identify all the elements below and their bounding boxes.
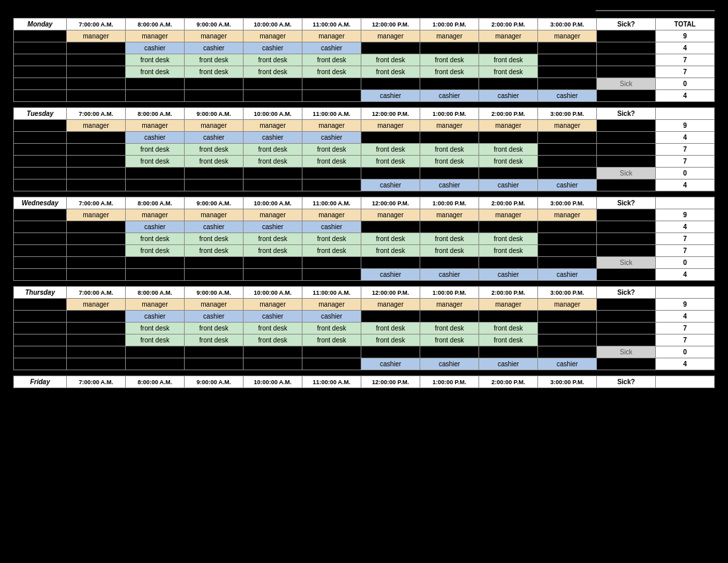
schedule-table-friday: Friday7:00:00 A.M.8:00:00 A.M.9:00:00 A.…	[13, 376, 715, 388]
schedule-cell	[185, 269, 244, 281]
sick-cell	[597, 54, 656, 66]
schedule-cell: front desk	[185, 245, 244, 257]
schedule-cell	[479, 311, 538, 323]
table-row: cashiercashiercashiercashier4	[14, 269, 715, 281]
schedule-cell: front desk	[126, 245, 185, 257]
name-cell	[14, 269, 67, 281]
schedule-cell: front desk	[302, 323, 361, 334]
total-header	[656, 108, 715, 120]
time-header-5: 12:00:00 P.M.	[361, 108, 420, 120]
name-cell	[14, 257, 67, 269]
day-name-cell: Thursday	[14, 287, 67, 299]
schedule-cell: front desk	[479, 245, 538, 257]
name-cell	[14, 66, 67, 78]
schedule-cell: manager	[420, 209, 479, 221]
name-cell	[14, 54, 67, 66]
sick-cell	[597, 334, 656, 346]
time-header-0: 7:00:00 A.M.	[67, 108, 126, 120]
schedule-cell	[185, 78, 244, 90]
schedule-cell: front desk	[244, 323, 302, 334]
schedule-cell: manager	[126, 120, 185, 132]
schedule-cell: front desk	[420, 144, 479, 156]
schedule-cell	[538, 156, 597, 168]
schedule-cell: cashier	[479, 179, 538, 191]
time-header-6: 1:00:00 P.M.	[420, 197, 479, 209]
name-cell	[14, 156, 67, 168]
schedule-cell	[67, 221, 126, 233]
time-header-7: 2:00:00 P.M.	[479, 376, 538, 388]
total-cell: 7	[656, 334, 715, 346]
schedule-cell: cashier	[361, 358, 420, 370]
time-header-7: 2:00:00 P.M.	[479, 19, 538, 30]
table-row: managermanagermanagermanagermanagermanag…	[14, 120, 715, 132]
schedule-cell	[420, 42, 479, 54]
schedule-cell: front desk	[420, 245, 479, 257]
schedule-cell: cashier	[302, 42, 361, 54]
schedule-cell	[244, 90, 302, 102]
sick-header: Sick?	[597, 108, 656, 120]
schedule-cell: cashier	[185, 221, 244, 233]
total-cell: 9	[656, 299, 715, 311]
name-cell	[14, 334, 67, 346]
schedule-cell	[538, 54, 597, 66]
time-header-7: 2:00:00 P.M.	[479, 197, 538, 209]
schedule-cell	[67, 54, 126, 66]
schedule-cell: manager	[479, 209, 538, 221]
schedule-cell: front desk	[126, 334, 185, 346]
schedule-cell: manager	[361, 209, 420, 221]
time-header-7: 2:00:00 P.M.	[479, 108, 538, 120]
total-cell: 0	[656, 257, 715, 269]
schedule-cell	[67, 144, 126, 156]
table-row: managermanagermanagermanagermanagermanag…	[14, 30, 715, 42]
schedule-cell: cashier	[538, 269, 597, 281]
schedule-cell	[67, 42, 126, 54]
schedule-cell: front desk	[244, 245, 302, 257]
schedule-cell: front desk	[302, 144, 361, 156]
total-cell: 9	[656, 120, 715, 132]
schedule-cell: cashier	[244, 311, 302, 323]
schedule-cell: front desk	[185, 334, 244, 346]
schedule-cell	[361, 168, 420, 179]
schedule-cell	[126, 168, 185, 179]
schedule-cell: manager	[538, 30, 597, 42]
schedule-cell: front desk	[244, 54, 302, 66]
schedule-cell	[244, 358, 302, 370]
name-cell	[14, 90, 67, 102]
schedule-cell	[361, 42, 420, 54]
name-cell	[14, 132, 67, 144]
table-row: cashiercashiercashiercashier4	[14, 42, 715, 54]
schedule-cell: manager	[185, 299, 244, 311]
schedule-cell: cashier	[420, 90, 479, 102]
schedule-cell: front desk	[361, 156, 420, 168]
table-row: cashiercashiercashiercashier4	[14, 311, 715, 323]
schedule-cell: cashier	[361, 179, 420, 191]
schedule-cell: front desk	[361, 144, 420, 156]
table-row: front deskfront deskfront deskfront desk…	[14, 156, 715, 168]
schedule-cell: front desk	[185, 66, 244, 78]
time-header-3: 10:00:00 A.M.	[244, 376, 302, 388]
schedule-cell	[67, 132, 126, 144]
schedule-cell: front desk	[185, 156, 244, 168]
schedule-cell: front desk	[244, 334, 302, 346]
name-cell	[14, 144, 67, 156]
schedule-cell: front desk	[126, 323, 185, 334]
schedule-cell: manager	[244, 120, 302, 132]
time-header-3: 10:00:00 A.M.	[244, 197, 302, 209]
schedule-cell	[126, 346, 185, 358]
schedule-table-wednesday: Wednesday7:00:00 A.M.8:00:00 A.M.9:00:00…	[13, 197, 715, 281]
schedule-cell: front desk	[185, 233, 244, 245]
schedule-cell	[420, 346, 479, 358]
name-cell	[14, 120, 67, 132]
schedule-cell	[538, 334, 597, 346]
schedule-cell: manager	[244, 209, 302, 221]
time-header-0: 7:00:00 A.M.	[67, 197, 126, 209]
schedule-cell: front desk	[361, 66, 420, 78]
schedule-cell	[302, 78, 361, 90]
schedule-cell: front desk	[302, 54, 361, 66]
table-row: managermanagermanagermanagermanagermanag…	[14, 209, 715, 221]
schedule-cell	[538, 144, 597, 156]
name-cell	[14, 30, 67, 42]
schedule-cell: manager	[67, 299, 126, 311]
time-header-1: 8:00:00 A.M.	[126, 197, 185, 209]
schedule-cell: cashier	[244, 42, 302, 54]
